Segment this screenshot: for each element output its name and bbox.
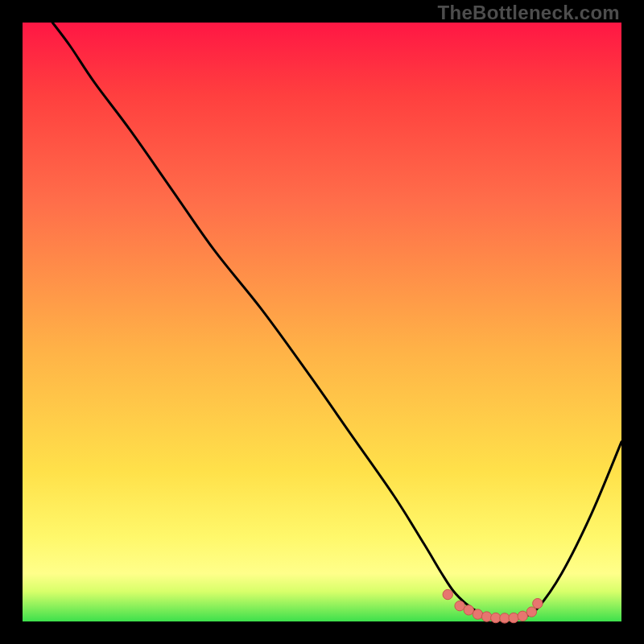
flat-region-marker <box>518 611 527 621</box>
bottleneck-curve <box>52 23 621 619</box>
flat-region-marker <box>443 589 452 599</box>
flat-region-marker <box>455 601 464 610</box>
flat-region-marker <box>473 609 482 619</box>
flat-region-marker <box>491 613 501 622</box>
chart-curve-layer <box>23 23 621 621</box>
flat-region-marker <box>481 612 491 621</box>
flat-region-marker <box>464 605 473 615</box>
flat-region-marker <box>500 613 510 623</box>
flat-region-marker <box>526 607 536 617</box>
watermark-text: TheBottleneck.com <box>438 2 620 24</box>
flat-region-marker <box>533 598 543 608</box>
flat-region-marker <box>509 613 518 622</box>
